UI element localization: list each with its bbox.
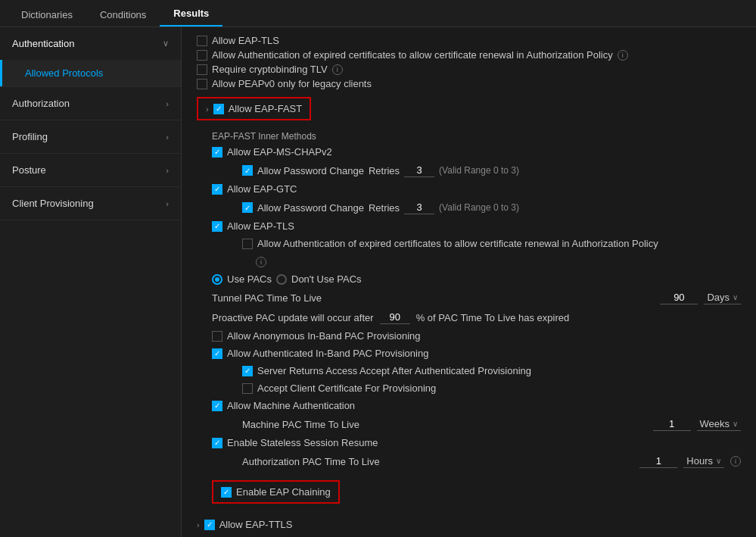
eap-ttls-row: › Allow EAP-TTLS [197,519,741,530]
pac-radio-row: Use PACs Don't Use PACs [212,273,741,285]
proactive-pac-input[interactable] [380,311,410,324]
sidebar-item-allowed-protocols[interactable]: Allowed Protocols [0,60,181,86]
tunnel-pac-unit-dropdown[interactable]: Days ∨ [704,291,741,304]
eap-chaining-label: Enable EAP Chaining [236,486,331,498]
eap-ms-chapv2-password-change-row: Allow Password Change Retries (Valid Ran… [212,164,741,177]
allow-auth-expired-label: Allow Authentication of expired certific… [212,49,613,61]
eap-tls-inner-auth-label: Allow Authentication of expired certific… [257,238,658,249]
auth-pac-unit-label: Hours [686,455,713,467]
retries-input-1[interactable] [404,164,434,177]
sidebar: Authentication ∨ Allowed Protocols Autho… [0,27,182,537]
sidebar-label-profiling: Profiling [12,131,48,142]
eap-gtc-password-change-row: Allow Password Change Retries (Valid Ran… [212,201,741,214]
tunnel-pac-unit-label: Days [707,292,730,303]
eap-chaining-highlight-box: Enable EAP Chaining [212,480,340,504]
nav-results[interactable]: Results [160,2,222,27]
stateless-session-row: Enable Stateless Session Resume [212,437,741,448]
auth-inband-pac-checkbox[interactable] [212,348,222,359]
valid-range-1: (Valid Range 0 to 3) [439,165,519,176]
use-pacs-label: Use PACs [227,273,272,285]
proactive-pac-suffix: % of PAC Time To Live has expired [416,312,570,323]
retries-label-1: Retries [369,165,400,176]
chevron-right-icon: › [166,99,169,108]
dont-use-pacs-label: Don't Use PACs [291,273,362,285]
info-icon-cryptobinding[interactable]: i [332,64,343,75]
allow-eap-tls-top-checkbox[interactable] [197,36,207,46]
accept-client-cert-checkbox[interactable] [242,383,253,394]
sidebar-label-authentication: Authentication [12,38,74,49]
sidebar-label-authorization: Authorization [12,98,70,109]
settings-panel: Allow EAP-TLS Allow Authentication of ex… [182,27,756,537]
tunnel-pac-row: Tunnel PAC Time To Live Days ∨ [212,291,741,304]
auth-inband-pac-label: Allow Authenticated In-Band PAC Provisio… [227,348,428,359]
machine-pac-input[interactable] [653,417,691,431]
eap-fast-highlight-box: › Allow EAP-FAST [197,97,311,120]
use-pacs-radio[interactable] [212,274,222,285]
retries-input-2[interactable] [404,201,434,214]
eap-ms-chapv2-checkbox[interactable] [212,147,222,158]
eap-ttls-collapse-icon[interactable]: › [197,520,200,529]
machine-auth-checkbox[interactable] [212,401,222,411]
info-icon-eap-tls-inner[interactable]: i [256,257,266,267]
eap-gtc-checkbox[interactable] [212,184,222,195]
eap-ms-chapv2-password-change-label: Allow Password Change [257,165,364,176]
stateless-session-checkbox[interactable] [212,438,222,448]
server-returns-access-checkbox[interactable] [242,366,253,376]
machine-pac-unit-label: Weeks [700,418,730,429]
accept-client-cert-label: Accept Client Certificate For Provisioni… [257,382,436,394]
sidebar-header-authentication[interactable]: Authentication ∨ [0,27,181,60]
auth-pac-label: Authorization PAC Time To Live [242,456,380,467]
auth-pac-input[interactable] [639,454,677,468]
proactive-pac-row: Proactive PAC update will occur after % … [212,311,741,324]
eap-fast-label: Allow EAP-FAST [229,103,303,114]
allow-peapv0-label: Allow PEAPv0 only for legacy clients [212,78,372,89]
eap-tls-inner-checkbox[interactable] [212,221,222,232]
eap-fast-collapse-icon[interactable]: › [206,105,209,114]
retries-label-2: Retries [369,202,400,214]
require-cryptobinding-checkbox[interactable] [197,64,207,75]
sidebar-header-authorization[interactable]: Authorization › [0,87,181,120]
info-icon-auth-pac[interactable]: i [730,456,741,467]
require-cryptobinding-label: Require cryptobinding TLV [212,64,328,75]
eap-tls-inner-auth-checkbox[interactable] [242,239,253,249]
machine-pac-unit-dropdown[interactable]: Weeks ∨ [697,417,742,431]
valid-range-2: (Valid Range 0 to 3) [439,202,519,213]
eap-ms-chapv2-label: Allow EAP-MS-CHAPv2 [227,146,332,158]
nav-conditions[interactable]: Conditions [86,3,160,27]
allow-peapv0-checkbox[interactable] [197,79,207,89]
sidebar-header-client-provisioning[interactable]: Client Provisioning › [0,187,181,220]
eap-chaining-checkbox[interactable] [221,487,232,498]
eap-gtc-label: Allow EAP-GTC [227,183,297,195]
top-navigation: Dictionaries Conditions Results [0,0,756,27]
eap-ttls-label: Allow EAP-TTLS [219,519,293,530]
eap-ms-chapv2-password-change-checkbox[interactable] [242,165,253,176]
eap-tls-inner-label: Allow EAP-TLS [227,220,294,232]
sidebar-header-posture[interactable]: Posture › [0,154,181,186]
eap-fast-inner-methods-label: EAP-FAST Inner Methods [212,131,741,142]
auth-pac-unit-chevron: ∨ [716,457,721,465]
eap-fast-checkbox[interactable] [213,104,224,114]
nav-dictionaries[interactable]: Dictionaries [8,3,86,27]
require-cryptobinding-row: Require cryptobinding TLV i [197,64,741,75]
accept-client-cert-row: Accept Client Certificate For Provisioni… [212,382,741,394]
eap-gtc-password-change-label: Allow Password Change [257,202,364,214]
auth-pac-unit-dropdown[interactable]: Hours ∨ [683,454,724,468]
stateless-session-label: Enable Stateless Session Resume [227,437,378,448]
sidebar-label-posture: Posture [12,164,46,176]
chevron-right-icon-3: › [166,166,169,175]
eap-ttls-checkbox[interactable] [204,520,215,530]
allow-eap-tls-top-row: Allow EAP-TLS [197,35,741,46]
allow-peapv0-row: Allow PEAPv0 only for legacy clients [197,78,741,89]
anon-inband-pac-checkbox[interactable] [212,331,222,342]
eap-tls-inner-row: Allow EAP-TLS [212,220,741,232]
sidebar-header-profiling[interactable]: Profiling › [0,120,181,153]
info-icon-auth-expired[interactable]: i [618,50,628,61]
allow-auth-expired-checkbox[interactable] [197,50,207,61]
allow-auth-expired-row: Allow Authentication of expired certific… [197,49,741,61]
machine-pac-label: Machine PAC Time To Live [242,419,359,430]
dont-use-pacs-radio[interactable] [276,274,287,285]
eap-gtc-password-change-checkbox[interactable] [242,202,253,213]
tunnel-pac-input[interactable] [660,291,698,304]
sidebar-section-client-provisioning: Client Provisioning › [0,187,181,220]
server-returns-access-label: Server Returns Access Accept After Authe… [257,365,531,376]
